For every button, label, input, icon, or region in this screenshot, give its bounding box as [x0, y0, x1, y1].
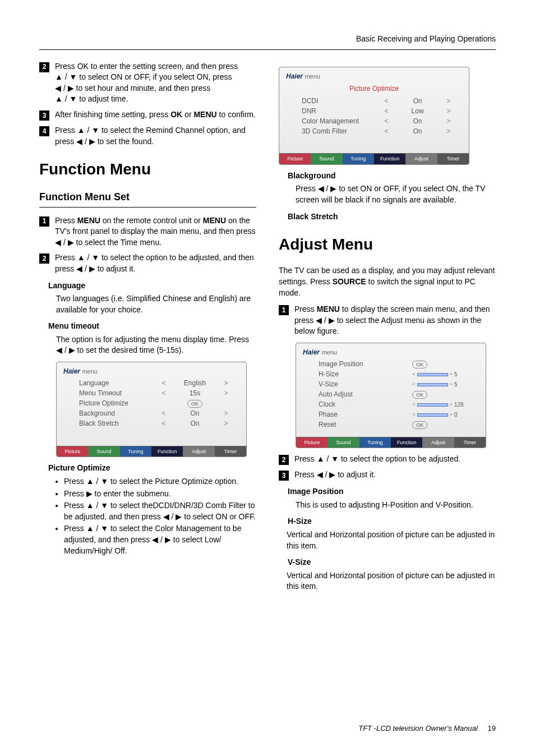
line: ◀ / ▶ to set hour and minute, and then p… [55, 83, 256, 94]
menu-brand: Haier menu [279, 67, 469, 84]
t: or [182, 110, 193, 119]
astep-2: 2 Press ▲ / ▼ to select the option to be… [279, 454, 496, 465]
tab: Timer [437, 154, 469, 164]
menu-rows: Image PositionOK H-Size<>5 V-Size<>5 Aut… [296, 359, 486, 437]
step-num-icon: 2 [279, 455, 289, 465]
v-size-text: Vertical and Horizontal position of pict… [279, 570, 496, 592]
tab: Function [374, 154, 405, 164]
menu-row: Image PositionOK [319, 359, 469, 370]
brand-sub: menu [321, 349, 337, 356]
fstep-1: 1 Press MENU on the remote control unit … [39, 215, 256, 248]
tab: Function [151, 446, 183, 457]
page-number: 19 [488, 724, 496, 732]
tab: Adjust [422, 437, 454, 448]
menu-screenshot-picture-optimize: Haier menu Picture Optimize DCDI<On> DNR… [279, 67, 469, 165]
menu-row: Color Management<On> [302, 116, 452, 126]
step-num-icon: 1 [279, 305, 289, 315]
ok-label: OK [170, 110, 182, 119]
header-section: Basic Receiving and Playing Operations [39, 34, 496, 50]
menu-label: MENU [193, 110, 216, 119]
h-size-text: Vertical and Horizontal position of pict… [279, 529, 496, 551]
image-position-heading: Image Position [279, 486, 496, 497]
menu-row: Picture OptimizeOK [79, 399, 229, 409]
slider-bar [417, 403, 448, 407]
menu-row: Black Stretch<On> [79, 419, 229, 429]
menu-row: ResetOK [319, 420, 469, 430]
ok-icon: OK [412, 391, 427, 399]
menu-row: H-Size<>5 [319, 370, 469, 380]
ok-icon: OK [187, 400, 202, 408]
v-size-heading: V-Size [279, 557, 496, 568]
image-position-text: This is used to adjusting H-Position and… [279, 500, 496, 511]
step-4: 4 Press ▲ / ▼ to select the Remind Chann… [39, 125, 256, 147]
menu-label: MENU [77, 216, 100, 225]
blackground-heading: Blackground [279, 170, 496, 182]
menu-rows: Language<English> Menu Timeout<15s> Pict… [57, 379, 246, 446]
line: ▲ / ▼ to select ON or OFF, if you select… [55, 72, 256, 83]
menu-timeout-text: The option is for adjusting the menu dis… [39, 334, 256, 356]
blackground-text: Press ◀ / ▶ to set ON or OFF, if you sel… [279, 183, 496, 205]
t: on the remote control unit or [100, 216, 203, 225]
brand-label: Haier [286, 72, 303, 80]
ok-icon: OK [412, 421, 427, 429]
step-num-icon: 3 [39, 110, 49, 121]
t: Press [55, 216, 77, 225]
step-num-icon: 4 [39, 126, 49, 136]
step-body: Press ▲ / ▼ to select the option to be a… [294, 454, 496, 465]
menu-timeout-heading: Menu timeout [39, 321, 256, 332]
picture-optimize-bullets: Press ▲ / ▼ to select the Picture Optimi… [39, 476, 256, 556]
tab: Adjust [183, 446, 214, 457]
tab: Function [391, 437, 422, 448]
menu-tabs: Picture Sound Tuning Function Adjust Tim… [296, 437, 486, 448]
black-stretch-heading: Black Stretch [279, 211, 496, 223]
step-3: 3 After finishing time setting, press OK… [39, 109, 256, 121]
brand-label: Haier [63, 367, 80, 375]
menu-label: MENU [203, 216, 226, 225]
menu-row: Language<English> [79, 379, 229, 389]
step-body: Press MENU to display the screen main me… [294, 304, 496, 337]
tab: Tuning [359, 437, 391, 448]
tab: Picture [296, 437, 328, 448]
tab: Picture [57, 446, 88, 457]
step-body: Press ▲ / ▼ to select the Remind Channel… [55, 125, 256, 147]
step-body: Press ▲ / ▼ to select the option to be a… [55, 252, 256, 274]
astep-1: 1 Press MENU to display the screen main … [279, 304, 496, 337]
h-size-heading: H-Size [279, 516, 496, 527]
list-item: Press ▶ to enter the submenu. [64, 488, 256, 500]
tab: Picture [279, 154, 311, 164]
menu-row: DCDI<On> [302, 96, 452, 106]
menu-screenshot-function: Haier menu Language<English> Menu Timeou… [56, 362, 247, 457]
astep-3: 3 Press ◀ / ▶ to adjust it. [279, 469, 496, 481]
brand-sub: menu [82, 368, 98, 375]
menu-row: Auto AdjustOK [319, 390, 469, 400]
t: After finishing time setting, press [55, 110, 170, 119]
fstep-2: 2 Press ▲ / ▼ to select the option to be… [39, 252, 256, 274]
language-text: Two languages (i.e. Simplified Chinese a… [39, 293, 256, 315]
menu-row: DNR<Low> [302, 106, 452, 116]
tab: Timer [215, 446, 246, 457]
header-title: Basic Receiving and Playing Operations [356, 34, 496, 43]
menu-row: Menu Timeout<15s> [79, 389, 229, 399]
list-item: Press ▲ / ▼ to select the Color Manageme… [64, 523, 256, 556]
tab: Sound [88, 446, 119, 457]
menu-row: Clock<>128 [319, 400, 469, 410]
line: Press OK to enter the setting screen, an… [55, 61, 256, 72]
menu-brand: Haier menu [296, 343, 486, 359]
tab: Sound [311, 154, 342, 164]
tab: Timer [454, 437, 486, 448]
footer: TFT -LCD television Owner's Manual 19 [358, 723, 496, 734]
slider-bar [417, 413, 448, 417]
list-item: Press ▲ / ▼ to select theDCDI/DNR/3D Com… [64, 500, 256, 522]
slider-bar [417, 383, 448, 386]
language-heading: Language [39, 280, 256, 292]
step-2: 2 Press OK to enter the setting screen, … [39, 61, 256, 105]
menu-heading: Picture Optimize [279, 83, 469, 96]
step-num-icon: 2 [39, 62, 49, 72]
t: to confirm. [217, 110, 256, 119]
tab: Sound [328, 437, 359, 448]
brand-label: Haier [303, 348, 320, 356]
t: Press [294, 305, 317, 314]
menu-row: Background<On> [79, 409, 229, 419]
menu-screenshot-adjust: Haier menu Image PositionOK H-Size<>5 V-… [296, 343, 486, 448]
menu-label: MENU [317, 305, 340, 314]
